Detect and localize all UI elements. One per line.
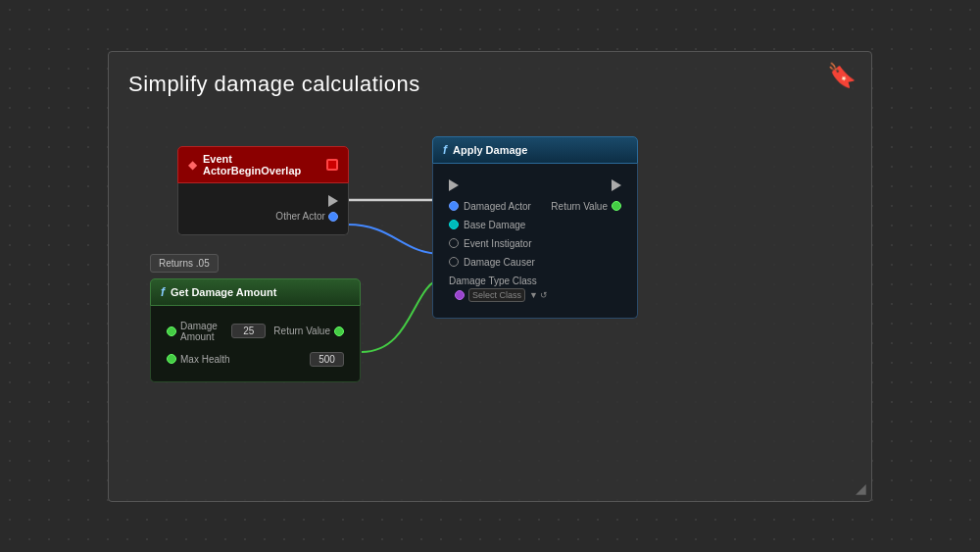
get-damage-max-health-input[interactable] (310, 352, 344, 367)
apply-select-class-dropdown[interactable]: Select Class (468, 288, 525, 302)
get-damage-max-health-label: Max Health (180, 354, 310, 365)
main-panel: Simplify damage calculations 🔖 ◆ Event A… (108, 51, 872, 502)
apply-damage-header: f Apply Damage (432, 136, 638, 164)
get-damage-header: f Get Damage Amount (150, 278, 361, 306)
apply-damage-body: Damaged Actor Return Value Base Damage E… (432, 164, 638, 319)
get-damage-return-pin[interactable] (334, 326, 344, 336)
returns-tooltip: Returns .05 (150, 254, 219, 273)
apply-damage-causer-row: Damage Causer (443, 255, 627, 270)
event-diamond-icon: ◆ (188, 158, 197, 172)
apply-damage-causer-label: Damage Causer (464, 257, 621, 268)
apply-event-instigator-row: Event Instigator (443, 236, 627, 251)
background: Simplify damage calculations 🔖 ◆ Event A… (0, 0, 980, 552)
panel-title: Simplify damage calculations (128, 72, 852, 97)
apply-event-instigator-label: Event Instigator (464, 238, 621, 249)
get-damage-amount-row: Damage Amount Return Value (161, 318, 350, 345)
apply-damage-type-label: Damage Type Class (449, 276, 537, 286)
apply-exec-in-pin[interactable] (449, 179, 459, 191)
apply-damage-type-row: Damage Type Class Select Class ▼ ↺ (443, 274, 627, 306)
get-damage-title: Get Damage Amount (171, 286, 276, 298)
apply-base-damage-in-pin[interactable] (449, 220, 459, 229)
apply-damage-causer-pin[interactable] (449, 257, 459, 267)
get-damage-amount-in-pin[interactable] (167, 326, 176, 336)
apply-damage-func-icon: f (443, 143, 447, 157)
apply-damaged-actor-label: Damaged Actor (464, 201, 551, 212)
event-header-pin (326, 159, 338, 171)
apply-exec-out-pin[interactable] (612, 179, 621, 191)
event-node-title: Event ActorBeginOverlap (203, 153, 326, 176)
node-get-damage-amount[interactable]: f Get Damage Amount Damage Amount Return… (150, 278, 361, 382)
get-damage-func-icon: f (161, 285, 165, 299)
apply-event-instigator-pin[interactable] (449, 238, 459, 248)
apply-return-value-pin[interactable] (612, 201, 621, 211)
get-damage-amount-label: Damage Amount (180, 321, 231, 342)
event-exec-row (188, 195, 338, 207)
get-damage-amount-input[interactable] (231, 324, 266, 338)
apply-return-value-label: Return Value (551, 201, 608, 212)
apply-select-class-row: Select Class ▼ ↺ (449, 286, 554, 304)
event-other-actor-label: Other Actor (275, 211, 325, 222)
apply-base-damage-label: Base Damage (464, 220, 621, 230)
resize-handle[interactable]: ◢ (856, 480, 866, 496)
apply-select-class-arrows: ▼ ↺ (529, 290, 548, 300)
get-damage-max-health-row: Max Health (161, 349, 350, 370)
event-node-header: ◆ Event ActorBeginOverlap (177, 146, 349, 183)
apply-damage-title: Apply Damage (453, 144, 527, 156)
apply-damaged-actor-in-pin[interactable] (449, 201, 459, 211)
event-node-body: Other Actor (177, 183, 349, 235)
event-other-actor-pin[interactable] (328, 212, 338, 222)
apply-damage-type-pin[interactable] (455, 290, 465, 300)
get-damage-max-health-in-pin[interactable] (167, 354, 176, 364)
bookmark-icon: 🔖 (827, 62, 857, 89)
get-damage-body: Damage Amount Return Value Max Health (150, 306, 361, 382)
get-damage-return-label: Return Value (273, 326, 330, 336)
event-other-actor-row: Other Actor (188, 211, 338, 223)
event-header-left: ◆ Event ActorBeginOverlap (188, 153, 326, 176)
apply-exec-row (443, 176, 627, 195)
apply-base-damage-row: Base Damage (443, 218, 627, 232)
event-exec-out-pin[interactable] (328, 195, 338, 207)
node-apply-damage[interactable]: f Apply Damage Damaged Actor Return Valu… (432, 136, 638, 319)
canvas-area[interactable]: ◆ Event ActorBeginOverlap Other Actor (128, 126, 852, 489)
node-event-actor-begin-overlap[interactable]: ◆ Event ActorBeginOverlap Other Actor (177, 146, 349, 235)
apply-damaged-actor-row: Damaged Actor Return Value (443, 199, 627, 214)
